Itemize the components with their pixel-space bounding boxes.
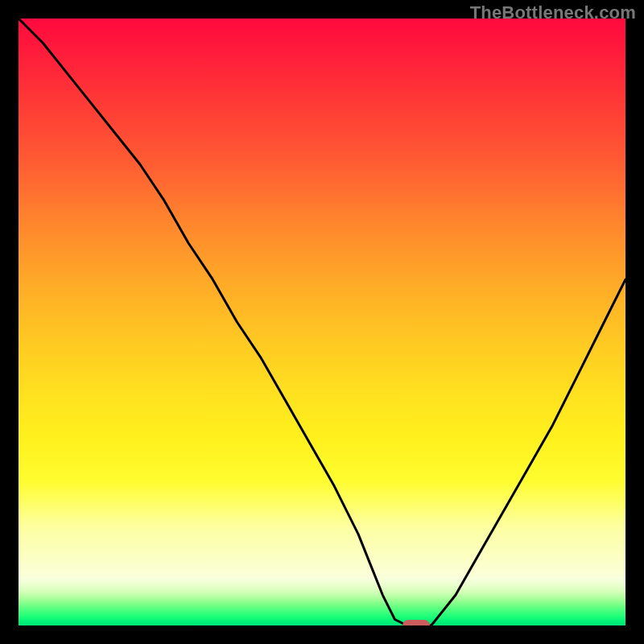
optimal-marker [402, 620, 430, 625]
watermark-text: TheBottleneck.com [470, 2, 636, 23]
plot-area [19, 19, 625, 625]
bottleneck-curve [19, 19, 625, 625]
chart-frame: TheBottleneck.com [0, 0, 644, 644]
